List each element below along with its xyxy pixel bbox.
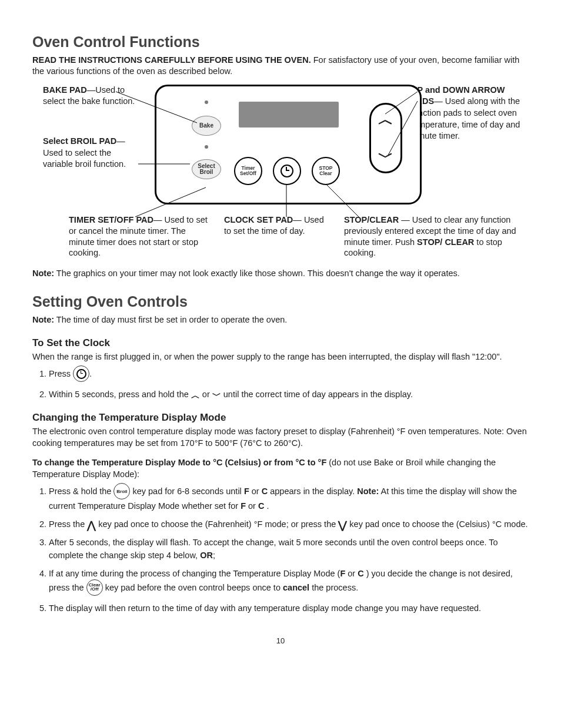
- up-arrow-icon: ⋀: [87, 520, 96, 531]
- up-down-arrow-pad[interactable]: ︿ ﹀: [369, 103, 402, 173]
- heading-setting-oven-controls: Setting Oven Controls: [32, 292, 529, 312]
- bake-pad-callout: BAKE PAD—Used to select the bake functio…: [43, 85, 143, 108]
- stop-clear-callout: STOP/CLEAR — Used to clear any function …: [344, 214, 520, 259]
- broil-pad-callout: Select BROIL PAD— Used to select the var…: [43, 136, 143, 170]
- temp-step-3: After 5 seconds, the display will flash.…: [49, 536, 529, 561]
- temp-mode-lead: To change the Temperature Display Mode t…: [32, 457, 529, 480]
- indicator-dot-top: [205, 100, 208, 104]
- arrow-pads-callout: UP and DOWN ARROW PADS— Used along with …: [411, 85, 529, 142]
- broil-icon: Broil: [113, 483, 130, 499]
- temp-mode-steps: Press & hold the Broil key pad for 6-8 s…: [32, 484, 529, 614]
- heading-temp-display-mode: Changing the Temperature Display Mode: [32, 411, 529, 425]
- up-arrow-icon: ︿: [191, 391, 200, 400]
- temp-mode-intro: The electronic oven control temperature …: [32, 426, 529, 449]
- clock-pad-callout: CLOCK SET PAD— Used to set the time of d…: [224, 214, 330, 259]
- heading-oven-control-functions: Oven Control Functions: [32, 32, 529, 52]
- up-arrow-icon: ︿: [378, 112, 393, 127]
- down-arrow-icon: ﹀: [212, 391, 221, 400]
- graphics-note: Note: The graphics on your timer may not…: [32, 268, 529, 280]
- control-panel-diagram: BAKE PAD—Used to select the bake functio…: [32, 85, 529, 261]
- timer-pad-callout: TIMER SET/OFF PAD— Used to set or cancel…: [69, 214, 210, 259]
- timer-set-off-pad[interactable]: TimerSet/Off: [234, 157, 262, 185]
- temp-step-2: Press the ⋀ key pad once to choose the (…: [49, 518, 529, 531]
- temp-step-5: The display will then return to the time…: [49, 602, 529, 615]
- select-broil-pad[interactable]: SelectBroil: [192, 159, 221, 179]
- set-clock-intro: When the range is first plugged in, or w…: [32, 351, 529, 363]
- bake-pad[interactable]: Bake: [192, 116, 221, 136]
- clock-icon: [73, 365, 89, 382]
- temp-step-1: Press & hold the Broil key pad for 6-8 s…: [49, 484, 529, 512]
- temp-step-4: If at any time during the process of cha…: [49, 568, 529, 596]
- set-clock-step-2: Within 5 seconds, press and hold the ︿ o…: [49, 388, 529, 401]
- down-arrow-icon: ﹀: [378, 149, 393, 165]
- page-number: 10: [32, 636, 529, 646]
- setting-note: Note: The time of day must first be set …: [32, 314, 529, 326]
- intro-paragraph: READ THE INSTRUCTIONS CAREFULLY BEFORE U…: [32, 55, 529, 78]
- down-arrow-icon: ⋁: [338, 520, 347, 531]
- set-clock-steps: Press . Within 5 seconds, press and hold…: [32, 366, 529, 401]
- indicator-dot-bottom: [205, 145, 208, 149]
- clear-off-icon: Clear/Off: [86, 579, 103, 596]
- stop-clear-pad[interactable]: STOPClear: [312, 157, 340, 185]
- clock-set-pad[interactable]: [273, 157, 301, 185]
- intro-bold: READ THE INSTRUCTIONS CAREFULLY BEFORE U…: [32, 55, 311, 65]
- oven-display: [239, 102, 339, 128]
- heading-set-clock: To Set the Clock: [32, 337, 529, 350]
- set-clock-step-1: Press .: [49, 366, 529, 383]
- control-panel: Bake SelectBroil TimerSet/Off STOPClear …: [155, 85, 422, 204]
- clock-icon: [280, 165, 293, 177]
